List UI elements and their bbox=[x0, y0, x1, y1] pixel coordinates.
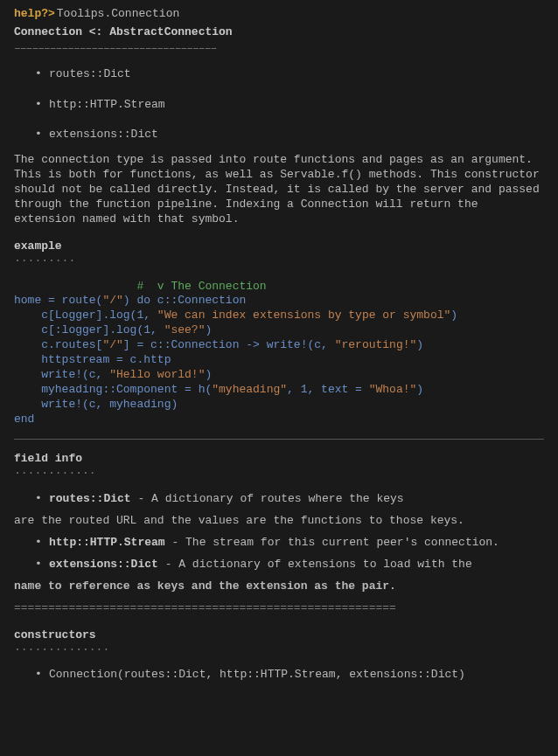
constructors-list: Connection(routes::Dict, http::HTTP.Stre… bbox=[14, 668, 544, 683]
doc-description: The connection type is passed into route… bbox=[14, 153, 544, 226]
fieldinfo-list: http::HTTP.Stream - The stream for this … bbox=[14, 536, 544, 572]
field-item: routes::Dict bbox=[35, 67, 544, 82]
separator-equals: ========================================… bbox=[14, 601, 544, 616]
fieldinfo-header: field info bbox=[14, 452, 544, 467]
constructors-header: constructors bbox=[14, 628, 544, 643]
example-header: example bbox=[14, 239, 544, 254]
constructor-item: Connection(routes::Dict, http::HTTP.Stre… bbox=[35, 668, 544, 683]
fieldinfo-dots: ············ bbox=[14, 467, 544, 482]
fieldinfo-continuation: name to reference as keys and the extens… bbox=[14, 579, 544, 594]
example-code: # v The Connection home = route("/") do … bbox=[14, 280, 544, 427]
repl-prompt: help?> Toolips.Connection bbox=[0, 7, 558, 22]
fieldinfo-list: routes::Dict - A dictionary of routes wh… bbox=[14, 492, 544, 507]
field-item: extensions::Dict bbox=[35, 128, 544, 142]
fieldinfo-item: routes::Dict - A dictionary of routes wh… bbox=[35, 492, 544, 507]
help-input: Toolips.Connection bbox=[57, 7, 179, 22]
code-comment: # v The Connection bbox=[136, 280, 266, 293]
documentation-content: Connection <: AbstractConnection –––––––… bbox=[0, 25, 558, 683]
horizontal-rule bbox=[14, 439, 544, 440]
fieldinfo-continuation: are the routed URL and the values are th… bbox=[14, 514, 544, 529]
title-underline: –––––––––––––––––––––––––––––––––– bbox=[14, 42, 544, 57]
fieldinfo-item: http::HTTP.Stream - The stream for this … bbox=[35, 536, 544, 551]
fieldinfo-item: extensions::Dict - A dictionary of exten… bbox=[35, 558, 544, 572]
constructors-dots: ·············· bbox=[14, 643, 544, 658]
example-dots: ········· bbox=[14, 254, 544, 269]
type-fields-list: routes::Dict http::HTTP.Stream extension… bbox=[14, 67, 544, 143]
doc-title: Connection <: AbstractConnection bbox=[14, 25, 544, 40]
help-prompt-label: help?> bbox=[14, 7, 55, 22]
field-item: http::HTTP.Stream bbox=[35, 98, 544, 113]
